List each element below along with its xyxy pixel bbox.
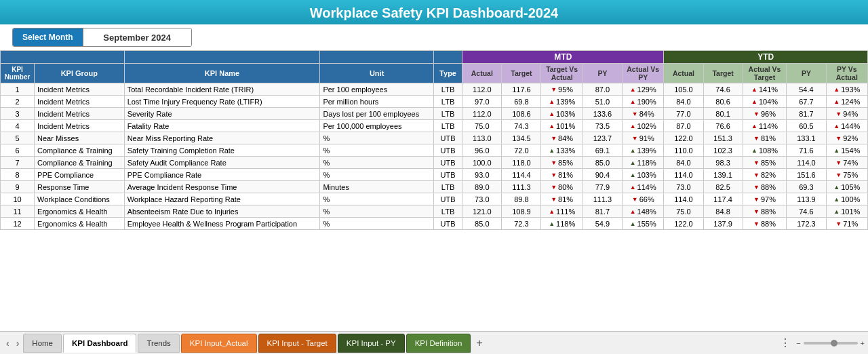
cell-mtd-avspy: ▲114%	[622, 181, 663, 193]
cell-name: Workplace Hazard Reporting Rate	[124, 193, 320, 205]
tab-trends[interactable]: Trends	[138, 334, 179, 353]
cell-ytd-pvsa: ▲144%	[826, 120, 868, 132]
cell-mtd-py: 85.0	[583, 157, 622, 169]
zoom-out-icon[interactable]: −	[796, 339, 800, 347]
table-row: 11 Ergonomics & Health Absenteeism Rate …	[1, 205, 868, 218]
cell-mtd-py: 77.9	[583, 181, 622, 193]
cell-mtd-tvsa: ▲111%	[541, 205, 583, 218]
cell-mtd-actual: 100.0	[462, 157, 502, 169]
month-display: September 2024	[83, 28, 191, 46]
cell-mtd-tvsa: ▲118%	[541, 218, 583, 230]
tab-kpi-input-py[interactable]: KPI Input - PY	[338, 334, 405, 353]
cell-mtd-target: 108.9	[502, 205, 541, 218]
header-ytd: YTD	[664, 51, 868, 64]
cell-ytd-pvsa: ▼71%	[826, 218, 868, 230]
cell-mtd-avspy: ▲129%	[622, 83, 663, 96]
cell-mtd-actual: 112.0	[462, 83, 502, 96]
cell-ytd-actual: 77.0	[664, 108, 703, 120]
cell-unit: Days lost per 100 employees	[320, 108, 433, 120]
cell-group: Workplace Conditions	[35, 193, 125, 205]
cell-mtd-actual: 73.0	[462, 193, 502, 205]
cell-ytd-actual: 114.0	[664, 169, 703, 181]
table-row: 4 Incident Metrics Fatality Rate Per 100…	[1, 120, 868, 132]
cell-ytd-actual: 122.0	[664, 218, 703, 230]
main-table-container: MTD YTD KPINumber KPI Group KPI Name Uni…	[0, 50, 868, 331]
header-kpi-type	[433, 51, 462, 64]
cell-ytd-avst: ▼81%	[743, 132, 787, 144]
cell-type: LTB	[433, 96, 462, 108]
header-kpi-unit	[320, 51, 433, 64]
cell-mtd-target: 74.3	[502, 120, 541, 132]
cell-unit: %	[320, 169, 433, 181]
tab-add-button[interactable]: +	[472, 337, 486, 349]
tab-kpi-input-target[interactable]: KPI Input - Target	[258, 334, 336, 353]
col-kpi-number: KPINumber	[1, 64, 35, 83]
cell-group: Ergonomics & Health	[35, 218, 125, 230]
tab-more-options[interactable]: ⋮	[776, 336, 795, 349]
cell-num: 10	[1, 193, 35, 205]
top-bar: Workplace Safety KPI Dashboard-2024	[0, 0, 868, 24]
cell-ytd-actual: 105.0	[664, 83, 703, 96]
col-kpi-name: KPI Name	[124, 64, 320, 83]
cell-mtd-avspy: ▲148%	[622, 205, 663, 218]
cell-group: Compliance & Training	[35, 144, 125, 157]
tab-prev[interactable]: ‹	[3, 338, 12, 349]
cell-mtd-py: 123.7	[583, 132, 622, 144]
col-ytd-avst: Actual VsTarget	[743, 64, 787, 83]
cell-name: Fatality Rate	[124, 120, 320, 132]
col-mtd-target: Target	[502, 64, 541, 83]
cell-mtd-avspy: ▲118%	[622, 157, 663, 169]
cell-unit: %	[320, 157, 433, 169]
tab-kpi-dashboard[interactable]: KPI Dashboard	[63, 334, 136, 353]
cell-mtd-py: 69.1	[583, 144, 622, 157]
cell-ytd-target: 80.1	[703, 108, 743, 120]
select-month-button[interactable]: Select Month	[13, 28, 83, 46]
cell-num: 5	[1, 132, 35, 144]
cell-ytd-py: 114.0	[787, 157, 826, 169]
cell-unit: Per 100,000 employees	[320, 120, 433, 132]
col-kpi-group: KPI Group	[35, 64, 125, 83]
tab-kpi-definition[interactable]: KPI Definition	[406, 334, 471, 353]
month-selector[interactable]: Select Month September 2024	[12, 28, 192, 47]
cell-ytd-target: 98.3	[703, 157, 743, 169]
header-kpi-name	[124, 51, 320, 64]
cell-ytd-py: 54.4	[787, 83, 826, 96]
tab-kpi-input-actual[interactable]: KPI Input_Actual	[181, 334, 257, 353]
cell-group: Ergonomics & Health	[35, 205, 125, 218]
cell-name: Safety Audit Compliance Rate	[124, 157, 320, 169]
cell-mtd-tvsa: ▲133%	[541, 144, 583, 157]
cell-mtd-tvsa: ▲101%	[541, 120, 583, 132]
cell-ytd-py: 81.7	[787, 108, 826, 120]
cell-name: Lost Time Injury Frequency Rate (LTIFR)	[124, 96, 320, 108]
cell-ytd-target: 102.3	[703, 144, 743, 157]
cell-mtd-target: 72.0	[502, 144, 541, 157]
table-row: 1 Incident Metrics Total Recordable Inci…	[1, 83, 868, 96]
table-row: 10 Workplace Conditions Workplace Hazard…	[1, 193, 868, 205]
tab-next[interactable]: ›	[14, 338, 22, 349]
cell-ytd-py: 69.3	[787, 181, 826, 193]
cell-type: UTB	[433, 144, 462, 157]
cell-mtd-avspy: ▲103%	[622, 169, 663, 181]
cell-group: Near Misses	[35, 132, 125, 144]
cell-mtd-tvsa: ▼84%	[541, 132, 583, 144]
cell-ytd-py: 71.6	[787, 144, 826, 157]
cell-ytd-target: 117.4	[703, 193, 743, 205]
cell-ytd-actual: 114.0	[664, 193, 703, 205]
zoom-slider[interactable]	[804, 342, 858, 345]
cell-mtd-avspy: ▲102%	[622, 120, 663, 132]
cell-mtd-py: 111.3	[583, 193, 622, 205]
cell-type: LTB	[433, 181, 462, 193]
cell-mtd-target: 134.5	[502, 132, 541, 144]
tab-home[interactable]: Home	[23, 334, 62, 353]
cell-ytd-py: 60.5	[787, 120, 826, 132]
zoom-in-icon[interactable]: +	[861, 339, 865, 347]
cell-name: Employee Health & Wellness Program Parti…	[124, 218, 320, 230]
cell-mtd-target: 72.3	[502, 218, 541, 230]
cell-ytd-pvsa: ▲154%	[826, 144, 868, 157]
cell-ytd-py: 67.7	[787, 96, 826, 108]
cell-unit: Minutes	[320, 181, 433, 193]
cell-num: 9	[1, 181, 35, 193]
cell-ytd-avst: ▲108%	[743, 144, 787, 157]
cell-mtd-py: 90.4	[583, 169, 622, 181]
cell-group: Incident Metrics	[35, 83, 125, 96]
